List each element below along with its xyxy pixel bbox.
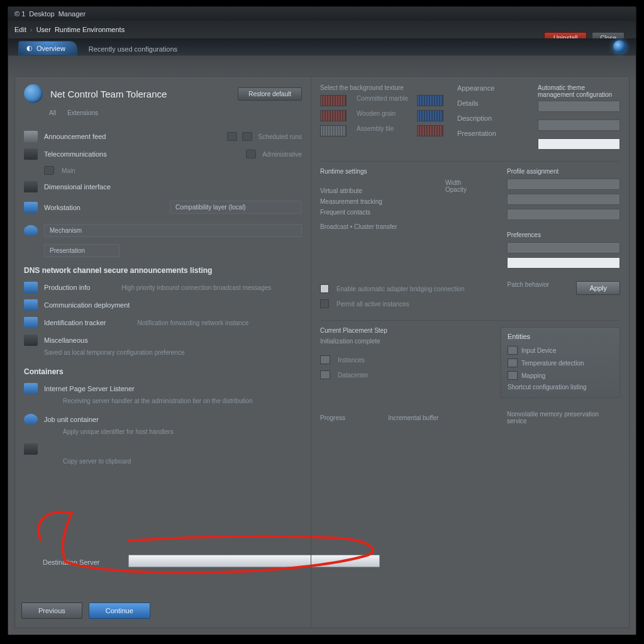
- checkbox-2[interactable]: [320, 299, 329, 308]
- checkbox-1[interactable]: [320, 284, 329, 293]
- ent-temp-label: Temperature detection: [521, 360, 584, 367]
- ent-input[interactable]: Input Device: [508, 344, 613, 357]
- breadcrumb-1[interactable]: User: [36, 26, 51, 33]
- left-header: Net Control Team Tolerance Restore defau…: [24, 84, 302, 103]
- field-details[interactable]: [538, 119, 620, 131]
- band-pres[interactable]: Presentation: [44, 244, 119, 257]
- runtime-title: Runtime settings: [320, 168, 434, 175]
- sr-ident-label: Identification tracker: [44, 319, 106, 326]
- row-dim[interactable]: Dimensional interface: [24, 178, 302, 196]
- title-prefix: © 1: [14, 10, 25, 18]
- chk-row-1[interactable]: Enable automatic adapter bridging connec…: [320, 281, 501, 296]
- row-telecom[interactable]: Telecommunications Administrative: [24, 145, 302, 163]
- chk-row-2[interactable]: Permit all active instances: [320, 296, 501, 311]
- sr-production[interactable]: Production info High priority inbound co…: [24, 279, 302, 296]
- thumb-3b[interactable]: [417, 125, 443, 136]
- row-announcement-label: Announcement feed: [44, 133, 106, 140]
- thumb-1[interactable]: [320, 95, 347, 106]
- thumb-2[interactable]: [320, 110, 347, 121]
- field-width[interactable]: [507, 179, 620, 190]
- mapping-icon: [508, 371, 518, 380]
- sr-production-desc: High priority inbound connection broadca…: [121, 284, 271, 291]
- section-dns-title: DNS network channel secure announcements…: [24, 266, 302, 275]
- thumb-3[interactable]: [320, 125, 347, 136]
- ident-icon: [24, 317, 38, 328]
- server-icon: [24, 383, 38, 394]
- previous-button[interactable]: Previous: [21, 602, 82, 619]
- field-pref1[interactable]: [507, 242, 620, 253]
- chk1-label: Enable automatic adapter bridging connec…: [336, 286, 464, 292]
- destination-label: Destination Server: [43, 558, 100, 566]
- dim-icon: [24, 181, 38, 192]
- orb-icon[interactable]: [613, 40, 626, 53]
- field-opacity[interactable]: [507, 194, 620, 205]
- field-pref2[interactable]: [507, 257, 620, 269]
- row-telecom-label: Telecommunications: [44, 150, 107, 158]
- progress-label: Progress: [320, 414, 377, 421]
- row-telecom-sub[interactable]: Main: [24, 163, 302, 178]
- page-title: Net Control Team Tolerance: [50, 89, 167, 99]
- cont-server[interactable]: Internet Page Server Listener: [24, 380, 302, 397]
- ent-map[interactable]: Mapping: [508, 369, 613, 382]
- row-workstation[interactable]: Workstation Compatibility layer (local): [24, 196, 302, 219]
- title-suffix: Manager: [58, 10, 86, 18]
- sr-ident[interactable]: Identification tracker Notification forw…: [24, 314, 302, 331]
- row-announcement[interactable]: Announcement feed Scheduled runs: [24, 128, 302, 145]
- admin-icon: [246, 150, 256, 158]
- prefs-title: Preferences: [507, 231, 620, 238]
- entities-title: Entities: [508, 333, 613, 340]
- kv2: Measurement tracking: [320, 198, 396, 205]
- titlebar: © 1 Desktop Manager: [8, 7, 636, 21]
- field-appearance[interactable]: [538, 101, 620, 112]
- title-app: Desktop: [29, 10, 54, 18]
- subtab-ext[interactable]: Extensions: [67, 109, 98, 116]
- continue-button[interactable]: Continue: [89, 602, 150, 619]
- profile-title: Profile assignment: [507, 168, 620, 175]
- row-workstation-label: Workstation: [44, 204, 80, 211]
- cont-job-desc: Apply unique identifier for host handler…: [63, 428, 302, 435]
- ent-temp[interactable]: Temperature detection: [508, 357, 613, 369]
- lbl-desc: Description: [457, 114, 526, 122]
- cont-job[interactable]: Job unit container: [24, 411, 302, 428]
- footer: Previous Continue: [21, 602, 304, 619]
- breadcrumb-root[interactable]: Edit: [14, 26, 26, 33]
- subtabs: All Extensions: [49, 109, 302, 116]
- tab-overview[interactable]: ◐ Overview: [18, 41, 77, 55]
- field-extra[interactable]: [507, 209, 620, 220]
- right-column: Select the background texture Committed …: [311, 77, 629, 628]
- kv1r-a: Width: [445, 179, 496, 186]
- top-note: Automatic theme management configuration: [538, 84, 620, 98]
- cont-server-desc: Receiving server handler at the administ…: [63, 397, 302, 404]
- tab-recent[interactable]: Recently used configurations: [77, 43, 189, 55]
- progress-note: Nonvolatile memory preservation service: [507, 411, 620, 425]
- subtab-all[interactable]: All: [49, 109, 56, 116]
- tile-datacenter[interactable]: Datacenter: [320, 367, 492, 382]
- row-dim-label: Dimensional interface: [44, 183, 111, 191]
- field-desc[interactable]: [538, 138, 620, 150]
- mid-divider: Broadcast • Cluster transfer: [320, 223, 434, 230]
- sr-misc[interactable]: Miscellaneous: [24, 331, 302, 349]
- panel-checks: Enable automatic adapter bridging connec…: [320, 281, 620, 311]
- restore-default-button[interactable]: Restore default: [238, 87, 302, 101]
- thumb-2b[interactable]: [417, 110, 443, 121]
- thumb-3-label: Assembly tile: [357, 125, 411, 136]
- workstation-icon: [24, 202, 38, 213]
- globe-icon: ◐: [26, 44, 33, 52]
- ent-shortcut[interactable]: Shortcut configuration listing: [508, 382, 613, 392]
- entities-panel: Entities Input Device Temperature detect…: [501, 327, 620, 398]
- sr-ident-desc: Notification forwarding network instance: [137, 319, 248, 326]
- breadcrumb: Edit › User Runtime Environments: [8, 21, 636, 38]
- cont-copy[interactable]: [24, 440, 302, 458]
- thumb-grid: Committed marble Wooden grain Assembly t…: [320, 95, 446, 136]
- panel-lower: Current Placement Step Initialization co…: [320, 320, 620, 398]
- thumb-1b[interactable]: [417, 95, 443, 106]
- apply-button[interactable]: Apply: [576, 281, 620, 295]
- tile-datacenter-label: Datacenter: [338, 372, 369, 379]
- breadcrumb-2[interactable]: Runtime Environments: [55, 26, 125, 33]
- row-mech[interactable]: Mechanism: [24, 219, 302, 242]
- tile-instances[interactable]: Instances: [320, 352, 492, 367]
- instances-icon: [320, 355, 330, 364]
- sr-comm[interactable]: Communication deployment: [24, 296, 302, 314]
- row-telecom-r1: Administrative: [262, 151, 302, 158]
- chk-side: Patch behavior: [507, 281, 570, 311]
